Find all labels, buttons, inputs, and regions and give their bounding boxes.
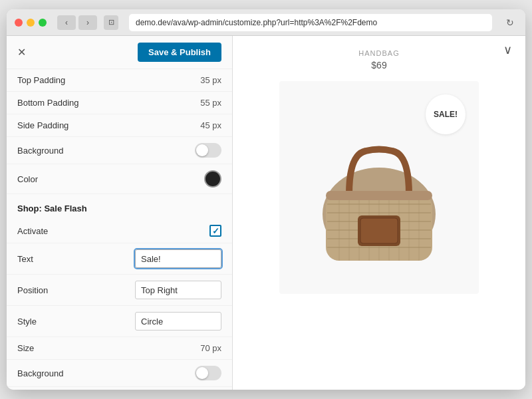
background-label: Background: [17, 146, 195, 156]
traffic-lights: [15, 19, 47, 27]
chevron-down-icon[interactable]: ∨: [503, 43, 512, 57]
customizer-header: ✕ Save & Publish: [7, 36, 232, 69]
style-select[interactable]: Circle Square Ribbon: [135, 312, 221, 331]
preview-content: HANDBAG $69 SALE!: [233, 36, 525, 307]
forward-button[interactable]: ›: [78, 15, 97, 30]
style-label: Style: [17, 317, 135, 327]
background-row: Background: [7, 137, 232, 164]
toggle-knob: [196, 144, 208, 156]
background-toggle[interactable]: [195, 143, 221, 158]
color-label: Color: [17, 174, 204, 184]
size-row: Size 70 px: [7, 337, 232, 360]
top-padding-row: Top Padding 35 px: [7, 69, 232, 92]
maximize-traffic-light[interactable]: [39, 19, 47, 27]
back-button[interactable]: ‹: [57, 15, 76, 30]
reload-button[interactable]: ↻: [503, 15, 517, 30]
browser-window: ‹ › ⊡ demo.dev/ava/wp-admin/customize.ph…: [7, 9, 525, 390]
close-button[interactable]: ✕: [17, 47, 26, 58]
text-row: Text: [7, 243, 232, 275]
url-text: demo.dev/ava/wp-admin/customize.php?url=…: [136, 18, 377, 27]
bottom-padding-value: 55 px: [200, 98, 221, 108]
save-publish-button[interactable]: Save & Publish: [138, 43, 221, 62]
text-input[interactable]: [135, 249, 221, 268]
nav-buttons: ‹ ›: [57, 15, 97, 30]
bottom-padding-label: Bottom Padding: [17, 98, 200, 108]
minimize-traffic-light[interactable]: [27, 19, 35, 27]
color-picker[interactable]: [204, 170, 221, 188]
activate-row: Activate ✓: [7, 219, 232, 243]
close-traffic-light[interactable]: [15, 19, 23, 27]
activate-label: Activate: [17, 226, 209, 236]
product-price-preview: $69: [358, 60, 399, 70]
browser-content: ✕ Save & Publish Top Padding 35 px Botto…: [7, 36, 525, 390]
sale-background-label: Background: [17, 368, 195, 378]
style-row: Style Circle Square Ribbon: [7, 306, 232, 337]
sale-color-row: Color: [7, 387, 232, 390]
activate-checkbox[interactable]: ✓: [209, 225, 221, 237]
sale-background-toggle[interactable]: [195, 366, 221, 380]
checkmark-icon: ✓: [212, 227, 219, 235]
side-padding-value: 45 px: [200, 120, 221, 130]
color-row: Color: [7, 164, 232, 194]
sale-toggle-knob: [196, 367, 208, 379]
bottom-padding-row: Bottom Padding 55 px: [7, 92, 232, 114]
product-card: SALE!: [279, 81, 479, 294]
top-padding-value: 35 px: [200, 75, 221, 85]
sale-badge: SALE!: [426, 94, 466, 134]
preview-area: ∨ HANDBAG $69 SALE!: [233, 36, 525, 390]
browser-titlebar: ‹ › ⊡ demo.dev/ava/wp-admin/customize.ph…: [7, 9, 525, 36]
top-padding-label: Top Padding: [17, 75, 200, 85]
side-padding-label: Side Padding: [17, 120, 200, 130]
position-row: Position Top Right Top Left Bottom Right…: [7, 275, 232, 306]
svg-rect-18: [360, 218, 398, 243]
address-bar[interactable]: demo.dev/ava/wp-admin/customize.php?url=…: [129, 14, 492, 31]
customizer-panel: ✕ Save & Publish Top Padding 35 px Botto…: [7, 36, 233, 390]
sale-background-row: Background: [7, 360, 232, 387]
layout-button[interactable]: ⊡: [104, 15, 118, 30]
position-select[interactable]: Top Right Top Left Bottom Right Bottom L…: [135, 281, 221, 299]
section-heading: Shop: Sale Flash: [7, 194, 232, 219]
side-padding-row: Side Padding 45 px: [7, 114, 232, 137]
product-image: [313, 108, 446, 267]
product-title-preview: HANDBAG: [358, 49, 399, 57]
size-value: 70 px: [200, 343, 221, 353]
svg-rect-19: [326, 191, 432, 200]
position-label: Position: [17, 285, 135, 295]
size-label: Size: [17, 343, 200, 353]
price-area: HANDBAG $69: [358, 49, 399, 70]
text-label: Text: [17, 254, 135, 264]
